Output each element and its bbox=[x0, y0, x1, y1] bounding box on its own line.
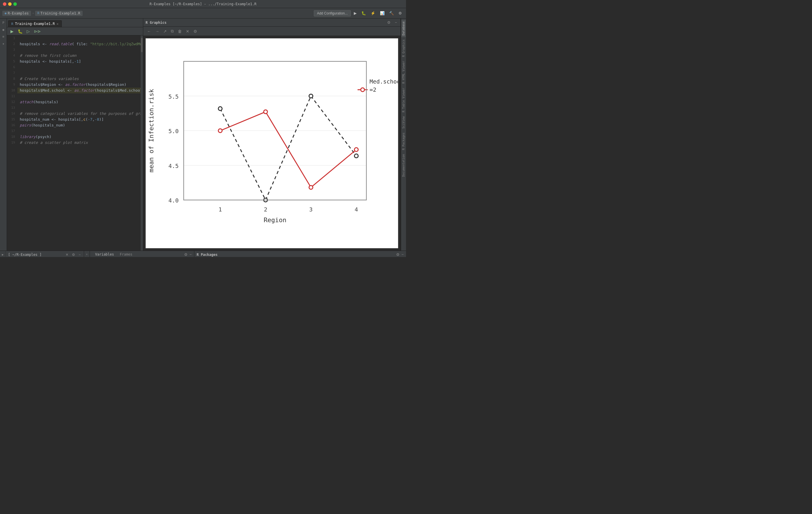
console-minimize-btn[interactable]: − bbox=[78, 252, 82, 257]
graphics-chart-area: 5.5 5.0 4.5 4.0 1 2 3 4 Region mean of I… bbox=[146, 38, 398, 248]
coverage-button[interactable]: ⚡ bbox=[369, 10, 377, 16]
minimize-button[interactable] bbox=[8, 2, 11, 6]
window-title: R-Examples [~/R-Examples] - .../Training… bbox=[150, 2, 256, 6]
run-button[interactable]: ▶ bbox=[352, 10, 358, 16]
code-line-5: 5 hospitals <- hospitals[,-1] bbox=[7, 59, 143, 64]
run-all-button[interactable]: ⊳⊳ bbox=[33, 28, 42, 34]
code-line-14: 14 # remove categorical variables for th… bbox=[7, 111, 143, 117]
breadcrumb-separator: › bbox=[32, 11, 34, 15]
debug-line-button[interactable]: 🐛 bbox=[17, 28, 24, 34]
svg-point-20 bbox=[219, 129, 222, 133]
r-graphics-header: R Graphics ⚙ − bbox=[143, 19, 401, 27]
svg-text:Med.school: Med.school bbox=[370, 78, 398, 85]
sidebar-project-icon[interactable]: P bbox=[1, 20, 6, 26]
close-button[interactable] bbox=[3, 2, 6, 6]
code-line-8: 8 # Create factors variables bbox=[7, 76, 143, 82]
svg-text:5.5: 5.5 bbox=[169, 93, 179, 100]
sidebar-tab-r-graphics[interactable]: R Graphics bbox=[401, 38, 406, 59]
code-line-9: 9 hospitals$Region <- as.factor(hospital… bbox=[7, 82, 143, 88]
sidebar-tab-r-table[interactable]: R Table Viewer bbox=[401, 86, 406, 114]
add-config-button[interactable]: Add Configuration... bbox=[314, 10, 351, 17]
graphics-nav: ← → ↗ ⧉ 🗑 ✕ ⚙ bbox=[143, 27, 401, 36]
sidebar-structure-icon[interactable]: ≡ bbox=[1, 34, 6, 39]
code-line-6: 6 bbox=[7, 64, 143, 70]
breadcrumb-file[interactable]: R Training-Example1.R bbox=[35, 11, 83, 16]
sidebar-tab-database[interactable]: Database bbox=[401, 20, 406, 37]
variables-tab[interactable]: Variables bbox=[92, 252, 117, 257]
editor-scrollbar-track[interactable] bbox=[141, 35, 143, 251]
code-line-12: 12 attach(hospitals) bbox=[7, 99, 143, 105]
packages-header: R Packages ⚙ − bbox=[194, 251, 406, 257]
graphics-back-button[interactable]: ← bbox=[146, 28, 152, 34]
r-graphics-panel: R Graphics ⚙ − ← → ↗ ⧉ 🗑 ✕ ⚙ bbox=[143, 19, 401, 251]
console-path: [ ~/R-Examples ] bbox=[8, 253, 63, 257]
sidebar-favorites-icon[interactable]: ★ bbox=[1, 40, 6, 47]
graphics-copy-button[interactable]: ⧉ bbox=[169, 28, 175, 34]
console-run-btn[interactable]: ▶ bbox=[1, 252, 5, 257]
code-line-4: 4 # remove the first column bbox=[7, 53, 143, 59]
packages-settings-btn[interactable]: ⚙ bbox=[396, 252, 400, 257]
console-section: [ ~/R-Examples ] ✕ ⚙ − Min 1Q Median 3Q … bbox=[6, 251, 90, 257]
code-line-3: 3 bbox=[7, 47, 143, 53]
variable-tabs: Variables Frames bbox=[92, 252, 135, 257]
sidebar-bookmark-icon[interactable]: ◉ bbox=[1, 27, 6, 32]
graphics-clear-button[interactable]: ✕ bbox=[184, 28, 191, 34]
graphics-forward-button[interactable]: → bbox=[154, 28, 161, 34]
svg-text:=2: =2 bbox=[370, 86, 376, 93]
svg-text:5.0: 5.0 bbox=[169, 128, 179, 135]
editor-area: R Training-Example1.R ✕ ▶ 🐛 ▷ ⊳⊳ 1 2 hos… bbox=[7, 19, 143, 251]
packages-minimize-btn[interactable]: − bbox=[401, 252, 404, 257]
tab-icon: R bbox=[11, 22, 13, 26]
window-controls[interactable] bbox=[3, 2, 17, 6]
graphics-settings2-button[interactable]: ⚙ bbox=[192, 28, 199, 34]
editor-tab-training[interactable]: R Training-Example1.R ✕ bbox=[8, 20, 62, 27]
file-icon: R bbox=[37, 11, 39, 15]
console-right-toolbar: ⬆ ⏸ ⬇ ↑ ↓ + 🗑 ⏹ ⚡ bbox=[84, 251, 90, 257]
svg-point-19 bbox=[354, 154, 358, 158]
graphics-export-button[interactable]: ↗ bbox=[162, 28, 168, 34]
main-layout: P ◉ ≡ ★ R Training-Example1.R ✕ ▶ 🐛 ▷ ⊳⊳… bbox=[0, 19, 406, 251]
console-side-toolbar: ▶ ⏱ ≡ + ? bbox=[0, 251, 6, 257]
frames-tab[interactable]: Frames bbox=[117, 252, 135, 257]
settings-button[interactable]: ⚙ bbox=[397, 10, 404, 16]
sidebar-tab-documentation[interactable]: Documentation bbox=[401, 152, 406, 178]
editor-tab-label: Training-Example1.R bbox=[15, 22, 55, 26]
breadcrumb-project[interactable]: ◉ R-Examples bbox=[2, 11, 31, 16]
code-line-15: 15 hospitals_num <- hospitals[,c(-7,-8)] bbox=[7, 117, 143, 122]
svg-point-23 bbox=[354, 148, 358, 151]
run-line-button[interactable]: ▶ bbox=[9, 28, 15, 34]
code-line-11: 11 bbox=[7, 93, 143, 99]
code-line-1: 1 bbox=[7, 35, 143, 41]
sidebar-tab-sciview[interactable]: SciView bbox=[401, 115, 406, 130]
svg-point-22 bbox=[309, 185, 313, 190]
graphics-delete-button[interactable]: 🗑 bbox=[176, 28, 183, 34]
run-selection-button[interactable]: ▷ bbox=[26, 28, 31, 34]
console-close-tab-btn[interactable]: ✕ bbox=[65, 252, 69, 257]
svg-text:4.0: 4.0 bbox=[169, 197, 179, 204]
tab-close-button[interactable]: ✕ bbox=[57, 22, 59, 26]
console-settings-btn[interactable]: ⚙ bbox=[71, 252, 76, 257]
code-line-2: 2 hospitals <- read.table( file: "https:… bbox=[7, 41, 143, 47]
r-graphics-minimize-button[interactable]: − bbox=[394, 20, 398, 25]
code-line-19: 19 # create a scatter plot matrix bbox=[7, 140, 143, 146]
variables-minimize-btn[interactable]: − bbox=[190, 252, 192, 257]
sidebar-tab-r-html[interactable]: R HTML Viewer bbox=[401, 59, 406, 85]
code-editor[interactable]: 1 2 hospitals <- read.table( file: "http… bbox=[7, 35, 143, 251]
maximize-button[interactable] bbox=[13, 2, 17, 6]
breadcrumb: ◉ R-Examples › R Training-Example1.R bbox=[2, 11, 83, 16]
console-panel: [ ~/R-Examples ] ✕ ⚙ − Min 1Q Median 3Q … bbox=[6, 251, 84, 257]
main-toolbar: ◉ R-Examples › R Training-Example1.R Add… bbox=[0, 8, 406, 19]
sidebar-tab-r-packages[interactable]: R Packages bbox=[401, 131, 406, 152]
variables-settings-btn[interactable]: ⚙ bbox=[184, 252, 187, 257]
svg-text:Region: Region bbox=[264, 217, 286, 224]
build-button[interactable]: 🔨 bbox=[387, 10, 396, 16]
editor-scrollbar-thumb bbox=[141, 38, 143, 52]
profile-button[interactable]: 📊 bbox=[378, 10, 386, 16]
code-line-17: 17 bbox=[7, 128, 143, 134]
variables-header: Variables Frames ⚙ − bbox=[90, 251, 194, 257]
packages-title: R Packages bbox=[197, 253, 395, 257]
console-scroll-up-btn[interactable]: ⬆ bbox=[85, 252, 89, 257]
r-graphics-settings-button[interactable]: ⚙ bbox=[386, 20, 392, 25]
svg-text:4.5: 4.5 bbox=[169, 163, 179, 169]
debug-button[interactable]: 🐛 bbox=[359, 10, 368, 16]
